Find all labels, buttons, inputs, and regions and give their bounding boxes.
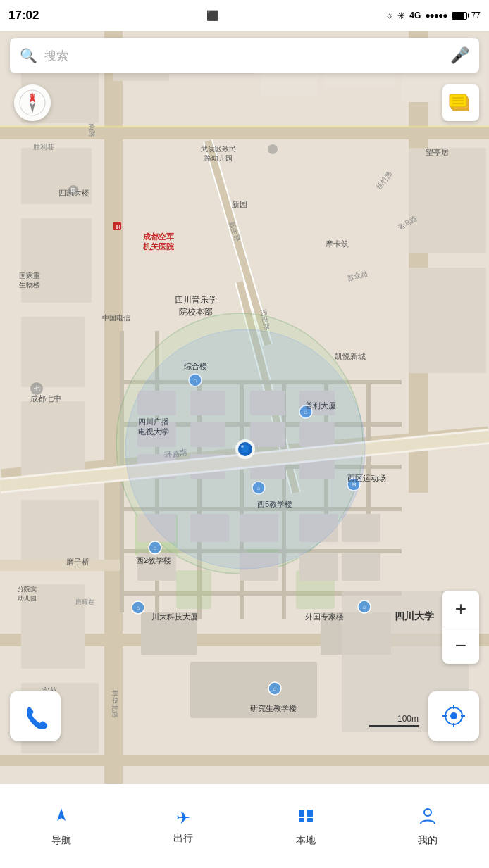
- svg-rect-163: [307, 818, 313, 822]
- svg-text:路幼儿园: 路幼儿园: [204, 154, 233, 162]
- svg-text:外国专家楼: 外国专家楼: [305, 612, 344, 621]
- svg-text:机关医院: 机关医院: [142, 242, 175, 251]
- search-icon: 🔍: [20, 47, 37, 64]
- network-label: 4G: [409, 11, 421, 20]
- local-icon: [296, 805, 316, 830]
- map-container[interactable]: 四凯大楼 ⊞ H 成都空军 机关医院 四川音乐学 院校本部 四川广播 电视大学 …: [0, 0, 489, 868]
- svg-point-164: [424, 809, 431, 816]
- svg-text:研究生教学楼: 研究生教学楼: [250, 704, 297, 712]
- svg-marker-159: [57, 808, 66, 821]
- snowflake-icon: ✳: [397, 11, 405, 21]
- profile-icon: [418, 805, 438, 830]
- svg-rect-162: [299, 818, 304, 822]
- nav-item-travel[interactable]: ✈ 出行: [123, 808, 245, 845]
- zoom-controls: + −: [442, 591, 479, 664]
- svg-text:四川大学: 四川大学: [395, 610, 434, 622]
- signal-dots: ●●●●●: [425, 11, 447, 20]
- svg-point-142: [241, 445, 244, 448]
- status-screenshot-icon: ⬛: [206, 10, 218, 21]
- svg-rect-51: [342, 514, 380, 542]
- svg-rect-161: [307, 810, 313, 817]
- zoom-out-button[interactable]: −: [442, 627, 479, 664]
- status-time: 17:02: [8, 8, 39, 23]
- battery-icon: [452, 12, 467, 20]
- svg-text:院校本部: 院校本部: [179, 307, 213, 317]
- search-bar[interactable]: 🔍 搜索 🎤: [10, 38, 479, 73]
- svg-point-111: [268, 144, 278, 154]
- status-icons: ☼ ✳ 4G ●●●●● 77: [385, 11, 481, 21]
- svg-text:中国电信: 中国电信: [102, 314, 130, 322]
- svg-text:南路: 南路: [88, 123, 96, 137]
- svg-text:⊞: ⊞: [70, 187, 76, 194]
- search-placeholder[interactable]: 搜索: [44, 48, 450, 64]
- svg-rect-54: [342, 553, 380, 581]
- svg-text:⌂: ⌂: [137, 605, 140, 611]
- signal-icon: ☼: [385, 11, 393, 20]
- scale-line: [369, 725, 419, 727]
- scale-bar: 100m: [369, 714, 419, 727]
- svg-text:成都空军: 成都空军: [142, 232, 174, 241]
- svg-text:武侯区致民: 武侯区致民: [201, 145, 236, 153]
- svg-text:国家重: 国家重: [19, 272, 40, 279]
- svg-rect-32: [176, 570, 211, 609]
- location-button[interactable]: [428, 691, 479, 741]
- nav-label-local: 本地: [296, 834, 316, 847]
- status-bar: 17:02 ⬛ ☼ ✳ 4G ●●●●● 77: [0, 0, 489, 31]
- navigation-icon: [51, 805, 71, 830]
- svg-rect-71: [0, 560, 120, 571]
- svg-text:川大科技大厦: 川大科技大厦: [151, 612, 198, 621]
- travel-icon: ✈: [176, 808, 190, 828]
- svg-text:七: 七: [34, 385, 40, 392]
- svg-marker-145: [30, 103, 35, 113]
- svg-text:摩卡筑: 摩卡筑: [326, 239, 349, 248]
- svg-rect-61: [21, 317, 85, 387]
- svg-rect-60: [21, 218, 92, 303]
- svg-text:磨子桥: 磨子桥: [66, 558, 89, 566]
- compass[interactable]: N: [14, 84, 51, 121]
- svg-text:胜利巷: 胜利巷: [33, 143, 54, 151]
- svg-text:⌂: ⌂: [273, 686, 277, 692]
- phone-button[interactable]: [10, 691, 61, 741]
- svg-text:⌂: ⌂: [363, 604, 366, 610]
- svg-text:H: H: [116, 224, 121, 231]
- mic-icon[interactable]: 🎤: [450, 46, 469, 65]
- svg-point-154: [450, 712, 457, 719]
- svg-text:生物楼: 生物楼: [19, 281, 40, 289]
- zoom-in-button[interactable]: +: [442, 591, 479, 627]
- svg-text:四川音乐学: 四川音乐学: [175, 295, 217, 305]
- svg-text:磨耀巷: 磨耀巷: [75, 598, 94, 605]
- nav-label-travel: 出行: [173, 832, 193, 845]
- nav-label-navigation: 导航: [51, 834, 71, 847]
- svg-rect-22: [366, 380, 371, 535]
- nav-item-profile[interactable]: 我的: [367, 805, 490, 847]
- svg-text:成都七中: 成都七中: [30, 394, 61, 403]
- svg-text:N: N: [30, 92, 35, 99]
- svg-text:凯悦新城: 凯悦新城: [335, 352, 366, 360]
- svg-rect-66: [409, 148, 486, 253]
- bottom-nav: 导航 ✈ 出行 本地 我的: [0, 784, 489, 868]
- svg-text:望亭居: 望亭居: [426, 148, 449, 156]
- svg-text:科华北路: 科华北路: [111, 690, 119, 718]
- nav-item-navigation[interactable]: 导航: [0, 805, 123, 847]
- nav-item-local[interactable]: 本地: [244, 805, 367, 847]
- svg-rect-67: [409, 268, 486, 373]
- svg-text:幼儿园: 幼儿园: [18, 595, 37, 602]
- svg-text:⌂: ⌂: [154, 545, 157, 551]
- svg-text:西2教学楼: 西2教学楼: [136, 556, 171, 565]
- layer-toggle-button[interactable]: [442, 84, 479, 121]
- svg-rect-53: [299, 553, 338, 581]
- battery-level: 77: [471, 11, 481, 20]
- svg-text:分院实: 分院实: [18, 586, 37, 593]
- svg-text:新园: 新园: [232, 200, 247, 208]
- svg-rect-160: [299, 810, 304, 817]
- nav-label-profile: 我的: [418, 834, 438, 847]
- scale-label: 100m: [397, 714, 419, 724]
